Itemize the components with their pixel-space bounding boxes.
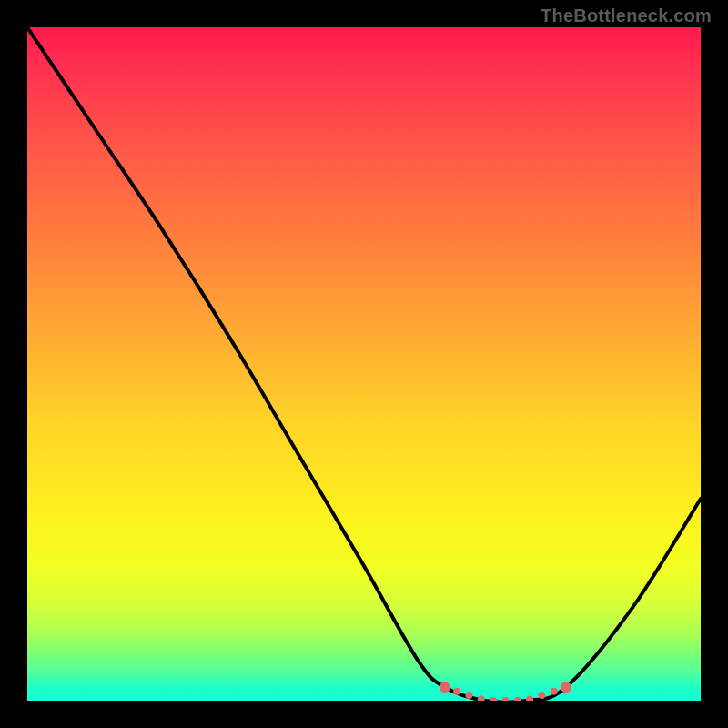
chart-frame bbox=[27, 27, 701, 701]
bottleneck-curve-line bbox=[27, 27, 701, 701]
optimal-marker-dot bbox=[440, 682, 450, 693]
optimal-marker-dot bbox=[478, 696, 485, 701]
optimal-marker-dot bbox=[465, 692, 472, 699]
attribution-text: TheBottleneck.com bbox=[541, 5, 712, 26]
optimal-marker-dot bbox=[514, 697, 521, 701]
optimal-marker-dot bbox=[501, 697, 509, 701]
optimal-marker-dot bbox=[526, 696, 533, 701]
bottleneck-curve-svg bbox=[27, 27, 701, 701]
optimal-marker-dot bbox=[538, 692, 545, 699]
optimal-marker-dot bbox=[561, 682, 571, 693]
optimal-marker-dot bbox=[490, 697, 497, 701]
optimal-marker-dot bbox=[551, 688, 558, 695]
optimal-marker-dot bbox=[453, 688, 460, 695]
